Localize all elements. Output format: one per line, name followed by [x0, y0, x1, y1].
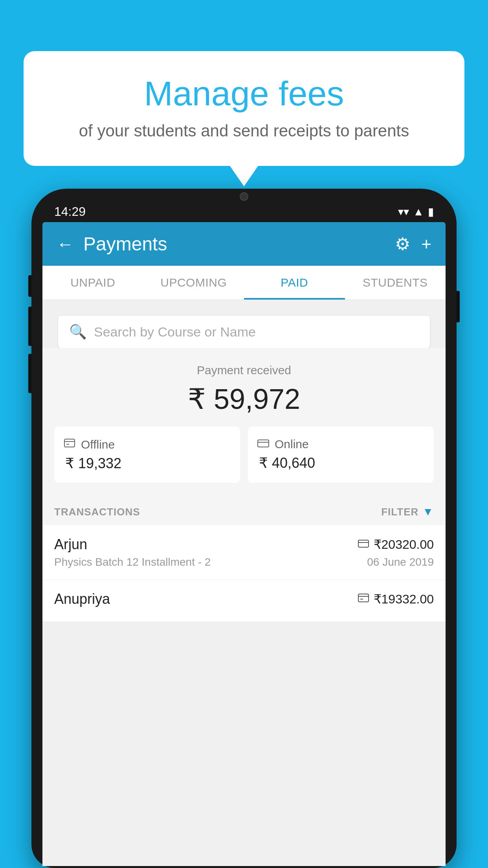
transaction-name-2: Anupriya: [54, 591, 110, 607]
phone-wrapper: 14:29 ▾▾ ▲ ▮ ← Payments ⚙ +: [31, 189, 457, 868]
transaction-row: Arjun ₹20320.00 Physics Batch 12 Install…: [42, 525, 446, 580]
signal-icon: ▲: [413, 206, 424, 218]
transaction-amount-wrap-1: ₹20320.00: [358, 537, 434, 552]
wifi-icon: ▾▾: [398, 205, 409, 218]
transaction-date-1: 06 June 2019: [367, 556, 434, 568]
transactions-header: TRANSACTIONS FILTER ▼: [42, 495, 446, 525]
transaction-amount-wrap-2: ₹19332.00: [358, 592, 434, 607]
status-bar: 14:29 ▾▾ ▲ ▮: [42, 200, 446, 222]
add-icon[interactable]: +: [421, 234, 431, 254]
silent-button: [28, 354, 31, 393]
phone: 14:29 ▾▾ ▲ ▮ ← Payments ⚙ +: [31, 189, 457, 868]
transaction-amount-2: ₹19332.00: [374, 592, 434, 607]
offline-label: Offline: [81, 438, 115, 451]
online-label: Online: [275, 438, 309, 451]
search-placeholder: Search by Course or Name: [94, 324, 256, 340]
tab-students[interactable]: STUDENTS: [345, 266, 446, 300]
online-amount: ₹ 40,640: [257, 455, 424, 471]
search-icon: 🔍: [69, 324, 87, 340]
offline-icon: [64, 438, 75, 451]
app-header: ← Payments ⚙ +: [42, 222, 446, 266]
volume-down-button: [28, 307, 31, 346]
transaction-amount-1: ₹20320.00: [374, 537, 434, 552]
payment-received-label: Payment received: [54, 364, 434, 377]
payment-summary: Payment received ₹ 59,972: [42, 348, 446, 495]
offline-payment-icon-2: [358, 593, 369, 605]
transaction-top-1: Arjun ₹20320.00: [54, 536, 434, 553]
header-right: ⚙ +: [395, 234, 431, 254]
volume-up-button: [28, 275, 31, 297]
phone-screen: ← Payments ⚙ + UNPAID UPCOMING PAID: [42, 222, 446, 866]
svg-rect-3: [258, 440, 269, 447]
online-card-header: Online: [257, 438, 424, 451]
transaction-row-2: Anupriya ₹19332.00: [42, 580, 446, 622]
header-title: Payments: [83, 233, 167, 255]
tabs: UNPAID UPCOMING PAID STUDENTS: [42, 266, 446, 300]
online-icon: [257, 438, 269, 451]
card-payment-icon-1: [358, 538, 369, 551]
transaction-name-1: Arjun: [54, 536, 87, 553]
filter-button[interactable]: FILTER ▼: [381, 506, 434, 518]
filter-icon: ▼: [422, 506, 434, 518]
battery-icon: ▮: [428, 205, 434, 218]
phone-notch: [216, 189, 272, 204]
status-time: 14:29: [54, 204, 86, 219]
transaction-bottom-1: Physics Batch 12 Installment - 2 06 June…: [54, 556, 434, 568]
back-button[interactable]: ←: [57, 235, 74, 253]
payment-cards: Offline ₹ 19,332 Online: [54, 427, 434, 483]
payment-total-amount: ₹ 59,972: [54, 383, 434, 416]
bubble-title: Manage fees: [43, 75, 445, 113]
tab-upcoming[interactable]: UPCOMING: [143, 266, 244, 300]
power-button: [457, 291, 460, 322]
bubble-subtitle: of your students and send receipts to pa…: [43, 121, 445, 140]
speech-bubble: Manage fees of your students and send re…: [24, 51, 464, 166]
offline-card-header: Offline: [64, 438, 231, 451]
header-left: ← Payments: [57, 233, 167, 255]
search-bar[interactable]: 🔍 Search by Course or Name: [58, 316, 430, 348]
tab-unpaid[interactable]: UNPAID: [42, 266, 143, 300]
settings-icon[interactable]: ⚙: [395, 234, 410, 254]
online-card: Online ₹ 40,640: [248, 427, 434, 483]
svg-rect-7: [358, 594, 369, 602]
transactions-label: TRANSACTIONS: [54, 506, 140, 518]
filter-text: FILTER: [381, 506, 418, 518]
camera: [240, 192, 248, 201]
transaction-desc-1: Physics Batch 12 Installment - 2: [54, 556, 211, 568]
tab-paid[interactable]: PAID: [244, 266, 345, 300]
svg-rect-0: [64, 439, 75, 447]
status-icons: ▾▾ ▲ ▮: [398, 205, 434, 218]
transaction-top-2: Anupriya ₹19332.00: [54, 591, 434, 607]
speech-bubble-wrapper: Manage fees of your students and send re…: [24, 51, 464, 166]
svg-rect-5: [358, 540, 369, 547]
offline-card: Offline ₹ 19,332: [54, 427, 240, 483]
offline-amount: ₹ 19,332: [64, 455, 231, 472]
